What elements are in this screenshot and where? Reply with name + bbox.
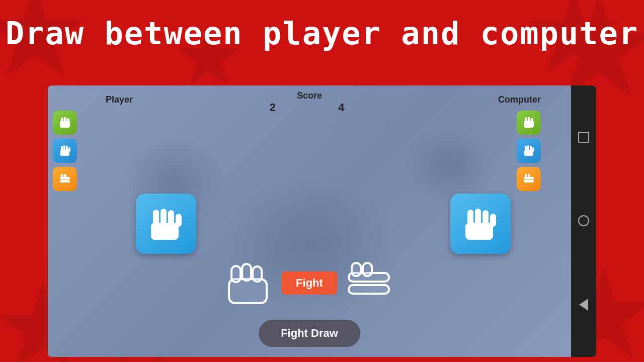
svg-rect-5 xyxy=(61,146,63,152)
rock-icon-display xyxy=(224,259,274,307)
svg-rect-3 xyxy=(67,118,69,123)
svg-rect-6 xyxy=(63,145,65,151)
game-area: Player Computer Score 2 4 xyxy=(48,85,571,357)
svg-rect-10 xyxy=(60,180,70,183)
player-label: Player xyxy=(106,95,133,105)
svg-rect-24 xyxy=(525,174,527,179)
svg-rect-19 xyxy=(527,145,529,151)
android-nav-bar xyxy=(571,85,596,357)
fight-draw-button[interactable]: Fight Draw xyxy=(259,320,360,347)
computer-label: Computer xyxy=(498,95,541,105)
player-rock-button[interactable] xyxy=(53,111,77,135)
svg-rect-43 xyxy=(363,263,372,276)
recent-apps-icon[interactable] xyxy=(578,132,589,143)
svg-rect-8 xyxy=(68,147,70,152)
computer-paper-display xyxy=(517,139,541,163)
svg-rect-21 xyxy=(532,147,534,152)
svg-rect-18 xyxy=(525,146,527,152)
svg-rect-39 xyxy=(253,266,262,282)
svg-rect-15 xyxy=(528,117,530,122)
svg-rect-33 xyxy=(475,209,481,225)
fight-button[interactable]: Fight xyxy=(282,272,337,295)
computer-moves xyxy=(517,111,541,191)
page-title: Draw between player and computer xyxy=(0,15,644,52)
svg-rect-12 xyxy=(64,174,66,179)
back-icon[interactable] xyxy=(579,299,588,311)
svg-rect-34 xyxy=(482,210,489,225)
computer-score: 4 xyxy=(338,101,354,114)
home-icon[interactable] xyxy=(578,215,589,226)
svg-rect-1 xyxy=(61,118,63,123)
svg-rect-29 xyxy=(168,210,174,225)
svg-rect-11 xyxy=(61,174,63,179)
score-label: Score xyxy=(265,90,355,101)
svg-rect-16 xyxy=(531,118,533,123)
svg-rect-14 xyxy=(525,118,527,123)
svg-rect-27 xyxy=(153,210,159,226)
svg-rect-41 xyxy=(349,285,389,294)
svg-rect-20 xyxy=(530,146,532,151)
svg-rect-23 xyxy=(524,180,534,183)
player-scissors-button[interactable] xyxy=(53,167,77,191)
svg-rect-32 xyxy=(467,210,473,226)
svg-rect-42 xyxy=(352,263,361,276)
svg-rect-30 xyxy=(176,214,182,227)
scissors-icon-display xyxy=(345,259,395,307)
device-frame: Player Computer Score 2 4 xyxy=(48,85,596,357)
svg-rect-38 xyxy=(242,264,251,281)
computer-scissors-display xyxy=(517,167,541,191)
svg-rect-25 xyxy=(528,174,530,179)
player-paper-button[interactable] xyxy=(53,139,77,163)
svg-rect-35 xyxy=(490,214,496,227)
player-selected-card xyxy=(136,194,196,254)
center-rps-display: Fight xyxy=(224,259,395,307)
computer-selected-card xyxy=(450,194,511,254)
score-values: 2 4 xyxy=(265,101,355,114)
svg-rect-2 xyxy=(64,117,66,122)
score-area: Score 2 4 xyxy=(265,90,355,114)
computer-rock-display xyxy=(517,111,541,135)
player-moves xyxy=(53,111,77,191)
player-score: 2 xyxy=(270,101,286,114)
svg-rect-7 xyxy=(66,146,68,151)
svg-rect-28 xyxy=(160,209,167,225)
svg-rect-37 xyxy=(231,266,240,282)
